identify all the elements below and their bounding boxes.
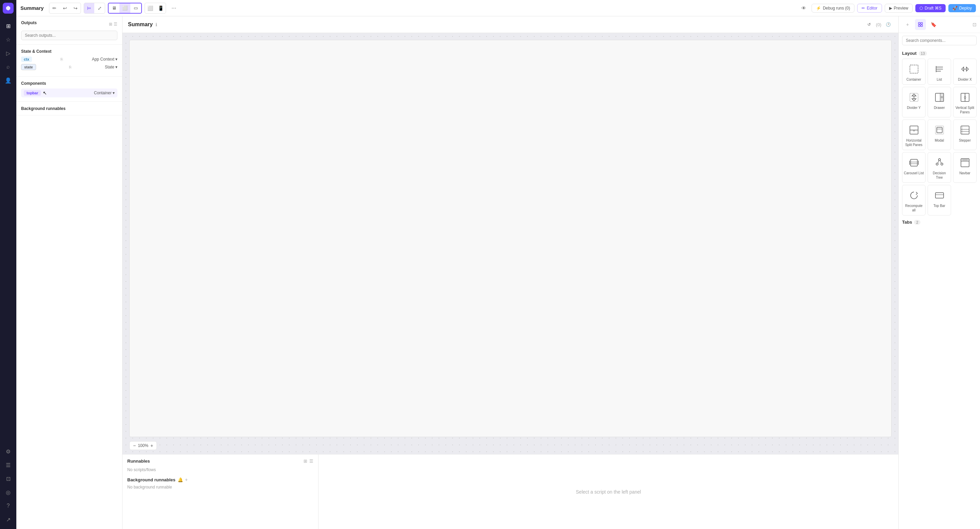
layout-section-title: Layout: [902, 51, 917, 56]
topbar-tag[interactable]: topbar: [24, 90, 41, 96]
right-panel-close-action[interactable]: ⊡: [972, 22, 977, 27]
nav-search-icon[interactable]: ⌕: [2, 61, 14, 73]
recompute-label: Recompute all: [904, 204, 924, 212]
bg-runnables-header: Background runnables 🔔 +: [127, 477, 313, 482]
topbar-type[interactable]: Container ▾: [94, 91, 115, 95]
debug-runs-button[interactable]: ⚡ Debug runs (0): [811, 4, 854, 13]
topbar-type-label: Container: [94, 91, 111, 95]
components-tab[interactable]: [915, 19, 926, 30]
decision-tree-label: Decision Tree: [929, 171, 950, 180]
component-divider-y[interactable]: Divider Y: [902, 87, 926, 118]
no-bg-runnable-text: No background runnable: [127, 485, 172, 489]
layout-section: Layout 13 Container: [899, 48, 980, 229]
component-top-bar[interactable]: Top Bar: [928, 185, 951, 215]
bg-runnables-add-icon[interactable]: +: [185, 477, 188, 482]
preview-icon-button[interactable]: 👁: [799, 3, 809, 13]
zoom-out-button[interactable]: −: [133, 443, 136, 448]
outputs-section: Outputs ⊞ ☰: [16, 16, 122, 45]
debug-icon: ⚡: [816, 6, 821, 11]
more-options-button[interactable]: ⋯: [169, 3, 179, 13]
ctx-tag[interactable]: ctx: [21, 56, 32, 62]
align-left-button[interactable]: ⊨: [84, 3, 94, 13]
runnables-grid-icon[interactable]: ⊞: [304, 459, 307, 464]
component-decision-tree[interactable]: Decision Tree: [928, 152, 951, 183]
canvas-actions: ↺ (0) 🕐: [864, 20, 893, 29]
search-components-input[interactable]: [902, 36, 977, 45]
edit-action-group: ✏ ↩ ↪: [49, 3, 81, 14]
bg-runnables-title: Background runnables: [127, 477, 176, 482]
nav-expand-icon[interactable]: ↗: [2, 513, 14, 526]
tabs-section-title: Tabs: [902, 220, 912, 225]
top-bar: Summary ✏ ↩ ↪ ⊨ ⤢ 🖥 ⬜ ▭ ⬜ 📱 ⋯ 👁 ⚡ Debug …: [16, 0, 980, 16]
undo-button[interactable]: ↩: [60, 3, 70, 13]
canvas-title: Summary: [128, 21, 153, 27]
right-panel: + 🔖 ⊡ Layout 13: [898, 16, 980, 529]
view-tablet-v-button[interactable]: ▭: [130, 3, 141, 13]
component-recompute[interactable]: Recompute all: [902, 185, 926, 215]
canvas-history-button[interactable]: 🕐: [883, 20, 893, 29]
outputs-search-input[interactable]: [21, 31, 118, 40]
state-context-title: State & Context: [21, 49, 51, 54]
add-component-tab[interactable]: +: [902, 19, 913, 30]
component-stepper[interactable]: Stepper: [953, 120, 977, 150]
nav-star-icon[interactable]: ☆: [2, 33, 14, 46]
nav-play-icon[interactable]: ▷: [2, 47, 14, 59]
canvas-info-icon[interactable]: ℹ: [156, 22, 157, 27]
main-container: Summary ✏ ↩ ↪ ⊨ ⤢ 🖥 ⬜ ▭ ⬜ 📱 ⋯ 👁 ⚡ Debug …: [16, 0, 980, 529]
navbar-icon: [958, 156, 972, 169]
recompute-icon: [907, 189, 921, 202]
deploy-button[interactable]: 🚀 Deploy: [948, 4, 976, 12]
component-vertical-split[interactable]: Vertical Split Panes: [953, 87, 977, 118]
state-context-section: State & Context ctx ⎘ App Context ▾ stat…: [16, 45, 122, 76]
canvas-refresh-button[interactable]: ↺: [864, 20, 874, 29]
nav-folder-icon[interactable]: ⊡: [2, 473, 14, 485]
right-panel-header: + 🔖 ⊡: [899, 16, 980, 33]
component-divider-x[interactable]: Divider X: [953, 59, 977, 85]
component-horizontal-split[interactable]: Horizontal Split Panes: [902, 120, 926, 150]
outputs-list-icon[interactable]: ☰: [114, 22, 118, 27]
components-section: Components topbar ↖ Container ▾: [16, 76, 122, 102]
view-monitor-button[interactable]: ⬜: [145, 3, 155, 13]
editor-label: Editor: [867, 6, 877, 11]
ctx-type[interactable]: App Context ▾: [92, 57, 118, 62]
state-type[interactable]: State ▾: [105, 65, 118, 69]
draft-button[interactable]: ⬡ Draft ⌘S: [915, 4, 945, 12]
canvas-main: − 100% +: [123, 33, 898, 454]
ctx-copy-icon[interactable]: ⎘: [60, 57, 63, 61]
component-drawer[interactable]: Drawer: [928, 87, 951, 118]
nav-home-icon[interactable]: ⊞: [2, 20, 14, 32]
editor-button[interactable]: ✏ Editor: [857, 4, 882, 13]
expand-button[interactable]: ⤢: [95, 3, 105, 13]
view-tablet-h-button[interactable]: ⬜: [119, 3, 130, 13]
view-phone-button[interactable]: 📱: [156, 3, 166, 13]
preview-button[interactable]: ▶ Preview: [885, 4, 913, 13]
component-container[interactable]: Container: [902, 59, 926, 85]
divider-x-icon: [958, 62, 972, 76]
component-carousel-list[interactable]: Carousel List: [902, 152, 926, 183]
device-group: ⬜ 📱: [145, 3, 166, 14]
component-navbar[interactable]: Navbar: [953, 152, 977, 183]
redo-button[interactable]: ↪: [70, 3, 81, 13]
zoom-level: 100%: [138, 443, 148, 448]
zoom-in-button[interactable]: +: [150, 443, 153, 448]
component-list[interactable]: List: [928, 59, 951, 85]
editor-icon: ✏: [862, 6, 865, 11]
view-desktop-button[interactable]: 🖥: [108, 3, 119, 13]
nav-eye-icon[interactable]: ◎: [2, 486, 14, 498]
tabs-section-count: 2: [914, 220, 920, 225]
draft-label: Draft ⌘S: [924, 6, 941, 11]
nav-help-icon[interactable]: ?: [2, 500, 14, 512]
nav-calendar-icon[interactable]: ☰: [2, 459, 14, 471]
state-tag[interactable]: state: [21, 64, 36, 70]
components-title: Components: [21, 81, 46, 86]
state-copy-icon[interactable]: ⎘: [69, 65, 72, 69]
component-modal[interactable]: Modal: [928, 120, 951, 150]
app-logo[interactable]: [3, 3, 14, 14]
nav-settings-icon[interactable]: ⚙: [2, 445, 14, 457]
runnables-list-icon[interactable]: ☰: [309, 459, 313, 464]
edit-pencil-button[interactable]: ✏: [49, 3, 60, 13]
settings-tab[interactable]: 🔖: [928, 19, 939, 30]
tabs-section-header: Tabs 2: [902, 220, 977, 225]
outputs-grid-icon[interactable]: ⊞: [109, 22, 112, 27]
nav-users-icon[interactable]: 👤: [2, 74, 14, 86]
